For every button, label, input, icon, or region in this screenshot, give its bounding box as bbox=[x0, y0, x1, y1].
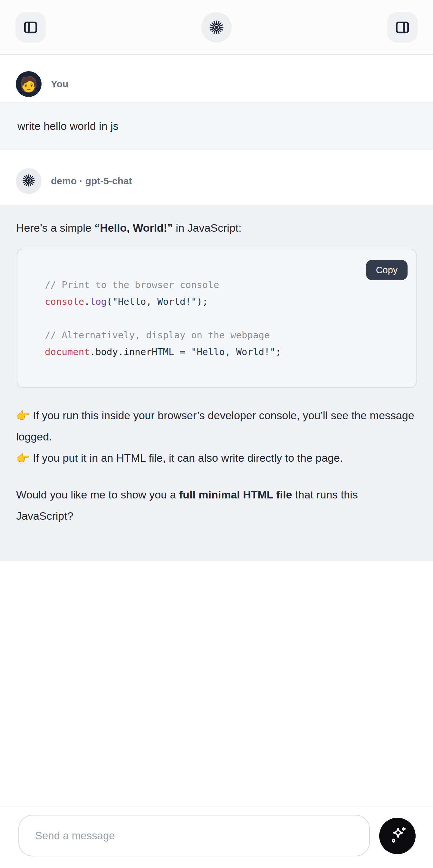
closing-text: Would you like me to show you a bbox=[16, 489, 179, 501]
starburst-icon bbox=[208, 19, 225, 36]
send-button[interactable] bbox=[379, 818, 415, 854]
message-input[interactable] bbox=[18, 815, 370, 857]
panel-right-icon bbox=[394, 19, 410, 35]
assistant-sender-label: demo · gpt-5-chat bbox=[51, 168, 132, 194]
user-sender-row: 🧑 You bbox=[0, 55, 433, 102]
user-message-text: write hello world in js bbox=[18, 120, 119, 132]
chat-app: 🧑 You write hello world in js demo · gpt… bbox=[0, 0, 433, 868]
composer-bar bbox=[0, 806, 433, 868]
intro-text-post: in JavaScript: bbox=[173, 222, 242, 234]
intro-text: Here’s a simple bbox=[16, 222, 94, 234]
sidebar-toggle-button[interactable] bbox=[16, 12, 46, 42]
user-avatar: 🧑 bbox=[16, 71, 41, 97]
app-logo-button[interactable] bbox=[202, 12, 231, 42]
code-block: Copy // Print to the browser consolecons… bbox=[17, 249, 416, 388]
intro-bold-text: “Hello, World!” bbox=[94, 222, 173, 234]
user-sender-label: You bbox=[51, 71, 68, 97]
starburst-icon bbox=[21, 173, 36, 189]
assistant-intro-line: Here’s a simple “Hello, World!” in JavaS… bbox=[16, 217, 417, 239]
user-message: write hello world in js bbox=[0, 102, 433, 150]
assistant-sender-row: demo · gpt-5-chat bbox=[0, 150, 433, 205]
panel-right-toggle-button[interactable] bbox=[387, 12, 417, 42]
assistant-avatar bbox=[16, 168, 41, 194]
top-bar bbox=[0, 0, 433, 55]
note-line: 👉 If you run this inside your browser’s … bbox=[16, 405, 417, 447]
copy-code-button[interactable]: Copy bbox=[366, 260, 407, 280]
assistant-message: Here’s a simple “Hello, World!” in JavaS… bbox=[0, 205, 433, 561]
code-content: // Print to the browser consoleconsole.l… bbox=[18, 249, 294, 360]
assistant-closing-line: Would you like me to show you a full min… bbox=[16, 484, 417, 526]
panel-left-icon bbox=[23, 19, 39, 35]
note-line: 👉 If you put it in an HTML file, it can … bbox=[16, 447, 417, 468]
closing-bold-text: full minimal HTML file bbox=[179, 489, 292, 501]
assistant-notes: 👉 If you run this inside your browser’s … bbox=[16, 405, 417, 468]
sparkle-icon bbox=[388, 826, 407, 846]
person-emoji: 🧑 bbox=[19, 77, 38, 92]
